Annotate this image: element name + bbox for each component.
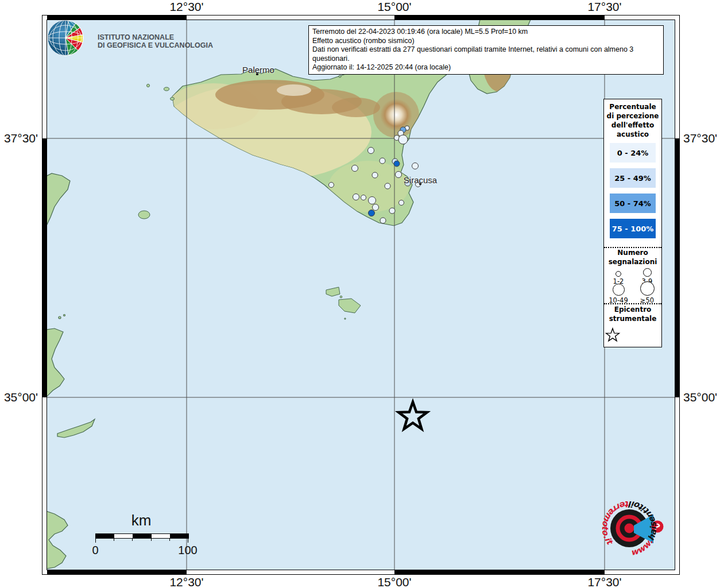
frame-band — [675, 138, 679, 397]
axis-label-top-1730: 17°30' — [576, 0, 633, 14]
axis-label-top-1500: 15°00' — [366, 0, 423, 14]
map-area: PalermoMessinaSiracusa Terremoto del 22-… — [47, 20, 675, 570]
frame-band — [47, 570, 187, 574]
frame-band — [394, 570, 605, 574]
axis-label-bottom-1730: 17°30' — [576, 575, 633, 588]
haisentito-watermark-logo: ? www.haisentitoilterremoto.it — [47, 20, 675, 570]
axis-label-right-3730: 37°30' — [683, 131, 720, 145]
axis-label-left-3730: 37°30' — [0, 131, 38, 145]
frame-band — [42, 138, 47, 397]
axis-label-left-3500: 35°00' — [0, 390, 38, 404]
map-page: PalermoMessinaSiracusa Terremoto del 22-… — [0, 0, 720, 588]
frame-band — [47, 16, 187, 20]
frame-band — [394, 16, 605, 20]
axis-label-top-1230: 12°30' — [158, 0, 215, 14]
axis-label-right-3500: 35°00' — [683, 390, 720, 404]
axis-label-bottom-1500: 15°00' — [366, 575, 423, 588]
axis-label-bottom-1230: 12°30' — [158, 575, 215, 588]
watermark-target-center — [625, 524, 634, 533]
